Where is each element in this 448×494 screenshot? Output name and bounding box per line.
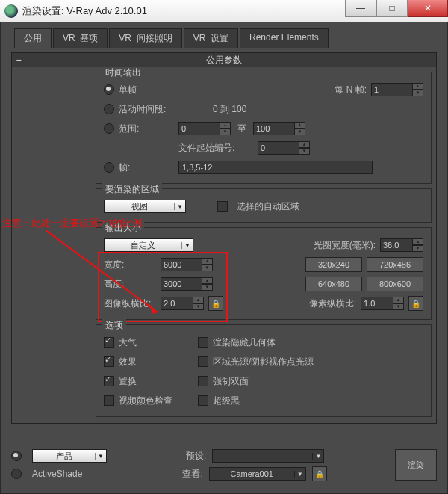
dropdown-view[interactable]: Camera001▼ xyxy=(209,467,306,481)
check-superblack[interactable] xyxy=(198,395,208,406)
input-frames[interactable] xyxy=(178,161,373,174)
dropdown-product[interactable]: 产品▼ xyxy=(32,449,107,463)
spinner-aperture[interactable]: ▲▼ xyxy=(380,238,423,252)
check-colorcheck[interactable] xyxy=(104,395,114,406)
radio-range[interactable] xyxy=(104,123,114,134)
radio-single[interactable] xyxy=(104,84,114,95)
check-auto-region[interactable] xyxy=(217,201,228,212)
group-render-area: 要渲染的区域 视图▼ 选择的自动区域 xyxy=(96,188,432,223)
check-hidden[interactable] xyxy=(198,337,208,348)
spinner-to[interactable]: ▲▼ xyxy=(253,122,305,135)
active-range: 0 到 100 xyxy=(213,103,246,116)
radio-active[interactable] xyxy=(104,104,114,114)
window-title: 渲染设置: V-Ray Adv 2.10.01 xyxy=(22,4,345,18)
bottom-bar: 产品▼ 预设: -------------------▼ 渲染 ActiveSh… xyxy=(1,442,447,493)
rollout-title: 公用参数 xyxy=(206,55,242,65)
check-force2[interactable] xyxy=(198,376,208,386)
spinner-nth[interactable]: ▲▼ xyxy=(371,83,423,96)
spinner-pixel[interactable]: ▲▼ xyxy=(361,297,404,310)
render-button[interactable]: 渲染 xyxy=(395,449,437,481)
preset-640[interactable]: 640x480 xyxy=(305,277,362,291)
annotation-box xyxy=(98,252,228,322)
spinner-from[interactable]: ▲▼ xyxy=(178,122,231,135)
tab-bar: 公用 VR_基项 VR_间接照明 VR_设置 Render Elements xyxy=(1,22,447,48)
tab-vr-gi[interactable]: VR_间接照明 xyxy=(109,28,181,48)
group-title: 时间输出 xyxy=(102,67,144,79)
tab-vr-settings[interactable]: VR_设置 xyxy=(184,28,238,48)
preset-720[interactable]: 720x486 xyxy=(367,257,423,272)
radio-product[interactable] xyxy=(11,451,22,461)
dropdown-output[interactable]: 自定义▼ xyxy=(104,238,193,252)
tab-render-elements[interactable]: Render Elements xyxy=(240,28,329,48)
titlebar: 渲染设置: V-Ray Adv 2.10.01 — □ ✕ xyxy=(0,0,448,23)
radio-frames[interactable] xyxy=(104,162,114,173)
dropdown-preset[interactable]: -------------------▼ xyxy=(212,449,324,463)
maximize-button[interactable]: □ xyxy=(376,0,408,17)
check-arealights[interactable] xyxy=(198,356,208,367)
rollout-toggle-icon: – xyxy=(16,53,22,67)
spinner-filestart[interactable]: ▲▼ xyxy=(258,141,310,155)
lock-view-icon[interactable]: 🔒 xyxy=(312,466,327,481)
group-options: 选项 大气 渲染隐藏几何体 效果 区域光源/阴影视作点光源 置换 强制双面 视频… xyxy=(96,324,432,417)
app-icon xyxy=(4,4,18,18)
tab-common[interactable]: 公用 xyxy=(14,28,52,48)
tab-vr-basic[interactable]: VR_基项 xyxy=(53,28,108,48)
check-atmo[interactable] xyxy=(104,337,114,348)
group-time-output: 时间输出 单帧 每 N 帧: ▲▼ 活动时间段: 0 到 100 范围: ▲▼ … xyxy=(96,72,432,184)
rollout-header[interactable]: – 公用参数 xyxy=(11,52,437,67)
lock-pixel-icon[interactable]: 🔒 xyxy=(408,296,423,311)
check-disp[interactable] xyxy=(104,376,114,386)
annotation-text: 注意：此处一定要设置2:1的比例 xyxy=(2,217,142,230)
preset-320[interactable]: 320x240 xyxy=(305,257,362,272)
close-button[interactable]: ✕ xyxy=(408,0,448,17)
radio-activeshade[interactable] xyxy=(11,469,22,479)
nth-label: 每 N 帧: xyxy=(335,84,367,96)
group-output-size: 输出大小 自定义▼ 光圈宽度(毫米): ▲▼ 宽度: ▲▼ 320x240 72… xyxy=(96,227,432,320)
preset-800[interactable]: 800x600 xyxy=(367,277,423,291)
minimize-button[interactable]: — xyxy=(345,0,376,17)
check-effects[interactable] xyxy=(104,356,114,367)
dropdown-area[interactable]: 视图▼ xyxy=(104,200,186,213)
